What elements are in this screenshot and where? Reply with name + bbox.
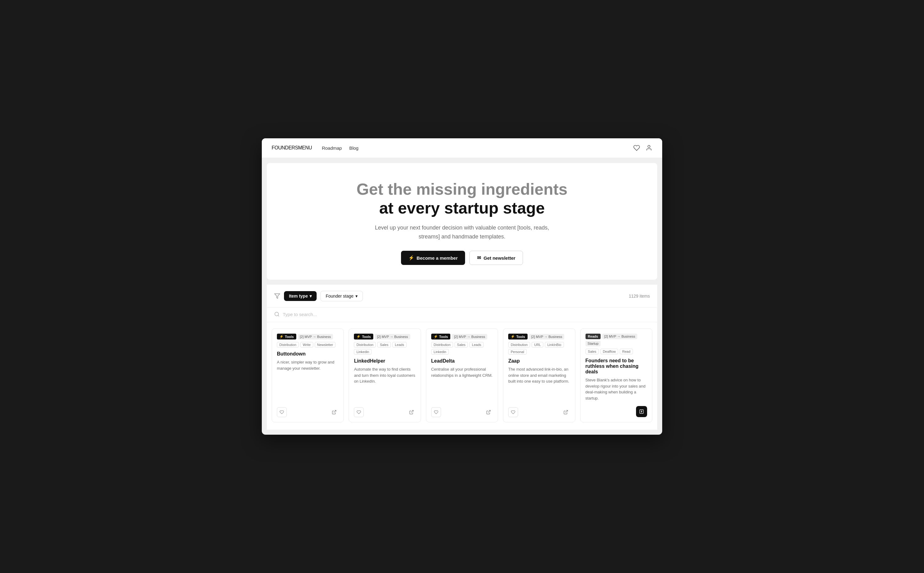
item-type-chevron: ▾ bbox=[310, 294, 312, 299]
search-icon bbox=[274, 312, 280, 317]
tag-sales: Sales bbox=[455, 342, 468, 348]
tag-read: Read bbox=[620, 349, 633, 354]
card-footer bbox=[354, 407, 416, 417]
search-input[interactable] bbox=[283, 312, 650, 317]
tag-distribution: Distribution bbox=[508, 342, 530, 348]
heart-icon[interactable] bbox=[633, 144, 640, 151]
card-sub-tags: Distribution URL LinkInBio Personal bbox=[508, 342, 570, 355]
tag-dealflow: Dealflow bbox=[600, 349, 618, 354]
tag-personal: Personal bbox=[508, 349, 526, 355]
stage-tag: [2] MVP → Business bbox=[452, 334, 487, 340]
tag-linkedin: Linkedin bbox=[354, 349, 371, 355]
svg-point-0 bbox=[648, 146, 650, 147]
tag-distribution: Distribution bbox=[354, 342, 376, 348]
card-desc: The most advanced link-in-bio, an online… bbox=[508, 366, 570, 402]
tag-leads: Leads bbox=[469, 342, 483, 348]
stage-tag: [2] MVP → Business bbox=[529, 334, 564, 340]
type-tag-tools: ⚡ Tools bbox=[354, 333, 373, 340]
member-label: Become a member bbox=[417, 255, 458, 261]
logo-bold: FOUNDERS bbox=[272, 145, 298, 150]
founder-stage-filter-button[interactable]: Founder stage ▾ bbox=[321, 291, 363, 301]
card-sub-tags: Distribution Sales Leads Linkedin bbox=[354, 342, 416, 355]
filter-icon[interactable] bbox=[274, 293, 280, 299]
become-member-button[interactable]: ⚡ Become a member bbox=[401, 251, 465, 265]
card-footer bbox=[508, 407, 570, 417]
item-count: 1129 items bbox=[629, 294, 650, 299]
card-tags: ⚡ Tools [2] MVP → Business bbox=[277, 333, 338, 340]
member-icon: ⚡ bbox=[408, 255, 414, 261]
svg-point-2 bbox=[275, 312, 278, 316]
card-heart-button[interactable] bbox=[277, 407, 287, 417]
card-linkedhelper: ⚡ Tools [2] MVP → Business Distribution … bbox=[349, 329, 421, 422]
svg-line-7 bbox=[565, 410, 568, 412]
tag-leads: Leads bbox=[392, 342, 406, 348]
tag-linkedin: Linkedin bbox=[431, 349, 449, 355]
user-icon[interactable] bbox=[646, 144, 652, 151]
founder-stage-label: Founder stage bbox=[325, 294, 353, 299]
tag-linkinbio: LinkInBio bbox=[545, 342, 564, 348]
svg-marker-1 bbox=[275, 294, 280, 299]
browser-window: FOUNDERSMENU Roadmap Blog Get the missin… bbox=[262, 138, 662, 435]
hero-section: Get the missing ingredients at every sta… bbox=[267, 163, 657, 280]
card-desc: A nicer, simpler way to grow and manage … bbox=[277, 359, 338, 402]
card-sub-tags: Distribution Sales Leads Linkedin bbox=[431, 342, 493, 355]
card-external-link[interactable] bbox=[407, 408, 416, 416]
nav-right bbox=[633, 144, 652, 151]
blog-link[interactable]: Blog bbox=[349, 146, 358, 151]
tag-sales: Sales bbox=[377, 342, 391, 348]
hero-title-bold: at every startup stage bbox=[277, 199, 647, 218]
svg-line-6 bbox=[488, 410, 490, 412]
navbar: FOUNDERSMENU Roadmap Blog bbox=[262, 138, 662, 158]
card-sub-tags: Distribution Write Newsletter bbox=[277, 342, 338, 348]
card-title: Buttondown bbox=[277, 351, 338, 357]
svg-line-5 bbox=[411, 410, 413, 412]
item-type-label: Item type bbox=[289, 294, 308, 299]
reads-bookmark-icon[interactable] bbox=[636, 406, 647, 417]
card-desc: Steve Blank's advice on how to develop r… bbox=[586, 377, 647, 401]
card-external-link[interactable] bbox=[330, 408, 338, 416]
card-heart-button[interactable] bbox=[354, 407, 364, 417]
tag-distribution: Distribution bbox=[431, 342, 453, 348]
nav-left: FOUNDERSMENU Roadmap Blog bbox=[272, 145, 358, 151]
cards-section: ⚡ Tools [2] MVP → Business Distribution … bbox=[267, 322, 657, 430]
card-founders-ruthless: Reads [2] MVP → Business Startup Sales D… bbox=[580, 329, 652, 422]
card-footer bbox=[431, 407, 493, 417]
hero-buttons: ⚡ Become a member ✉ Get newsletter bbox=[277, 251, 647, 265]
card-title: LinkedHelper bbox=[354, 358, 416, 364]
card-heart-button[interactable] bbox=[508, 407, 518, 417]
card-tags: ⚡ Tools [2] MVP → Business bbox=[508, 333, 570, 340]
tag-write: Write bbox=[300, 342, 313, 348]
item-type-filter-button[interactable]: Item type ▾ bbox=[284, 291, 317, 301]
stage-tag: [2] MVP → Business bbox=[602, 333, 638, 339]
stage-tag: [2] MVP → Business bbox=[298, 334, 333, 340]
tag-url: URL bbox=[532, 342, 543, 348]
card-tags: ⚡ Tools [2] MVP → Business bbox=[354, 333, 416, 340]
extra-tag: Startup bbox=[586, 341, 600, 346]
hero-subtitle: Level up your next founder decision with… bbox=[366, 223, 558, 241]
type-tag-tools: ⚡ Tools bbox=[508, 333, 528, 340]
card-zaap: ⚡ Tools [2] MVP → Business Distribution … bbox=[503, 329, 575, 422]
founder-stage-chevron: ▾ bbox=[355, 294, 358, 299]
tag-distribution: Distribution bbox=[277, 342, 299, 348]
card-external-link[interactable] bbox=[561, 408, 570, 416]
filter-left: Item type ▾ Founder stage ▾ bbox=[274, 291, 363, 301]
hero-title-light: Get the missing ingredients bbox=[277, 180, 647, 199]
logo-light: MENU bbox=[298, 145, 312, 150]
card-heart-button[interactable] bbox=[431, 407, 441, 417]
newsletter-icon: ✉ bbox=[477, 255, 481, 261]
card-leaddelta: ⚡ Tools [2] MVP → Business Distribution … bbox=[426, 329, 498, 422]
get-newsletter-button[interactable]: ✉ Get newsletter bbox=[469, 251, 523, 265]
logo: FOUNDERSMENU bbox=[272, 145, 312, 151]
card-external-link[interactable] bbox=[484, 408, 493, 416]
nav-links: Roadmap Blog bbox=[322, 146, 358, 151]
card-footer bbox=[586, 406, 647, 417]
roadmap-link[interactable]: Roadmap bbox=[322, 146, 342, 151]
stage-tag: [2] MVP → Business bbox=[375, 334, 410, 340]
filter-section: Item type ▾ Founder stage ▾ 1129 items bbox=[267, 285, 657, 308]
newsletter-label: Get newsletter bbox=[483, 255, 515, 261]
card-buttondown: ⚡ Tools [2] MVP → Business Distribution … bbox=[272, 329, 344, 422]
card-title: LeadDelta bbox=[431, 358, 493, 364]
card-sub-tags: Sales Dealflow Read bbox=[586, 349, 647, 354]
card-desc: Centralise all your professional relatio… bbox=[431, 366, 493, 402]
tag-sales: Sales bbox=[586, 349, 599, 354]
